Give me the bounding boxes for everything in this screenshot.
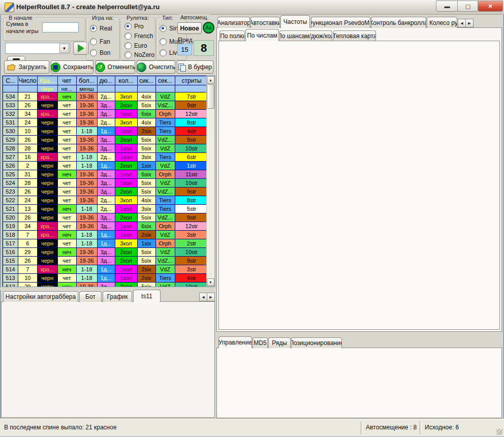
col-header[interactable]: кол... bbox=[115, 76, 137, 85]
spin-row[interactable]: 52428чернчет19-363д...1кол5sixVdZ10str bbox=[3, 179, 209, 188]
spin-row[interactable]: 51629черннеч19-363д...2кол5sixVdZ10str bbox=[3, 248, 209, 257]
resize-grip[interactable] bbox=[496, 429, 502, 435]
start-sum-input[interactable] bbox=[42, 22, 79, 33]
cell-spin: 517 bbox=[3, 239, 18, 248]
cell: черн bbox=[37, 179, 57, 188]
cell: Tiers bbox=[155, 153, 175, 162]
cell: 10str bbox=[175, 248, 208, 257]
prev-value: 15 bbox=[177, 44, 192, 55]
col-header[interactable]: чет bbox=[57, 76, 76, 85]
close-button[interactable]: ✕ bbox=[478, 1, 503, 12]
tab-rows[interactable]: Ряды bbox=[268, 337, 291, 348]
col-header[interactable]: стриты bbox=[175, 76, 208, 85]
spin-combobox[interactable]: ▼ bbox=[5, 43, 70, 54]
spin-row[interactable]: 5176чернчет1-181д...3кол1sixOrph2str bbox=[3, 239, 209, 248]
spin-row[interactable]: 52026чернчет19-363д...2кол5sixVdZ...9str bbox=[3, 213, 209, 222]
spin-row[interactable]: 52828чернчет19-363д...1кол5sixVdZ10str bbox=[3, 144, 209, 153]
spin-row[interactable]: 52716кра...чет1-182д...1кол3sixTiers6str bbox=[3, 153, 209, 162]
cell: 4str bbox=[175, 274, 208, 283]
cell: черн bbox=[37, 239, 57, 248]
tab-ts11[interactable]: ts11 bbox=[133, 290, 161, 302]
cell: 3д... bbox=[97, 188, 115, 196]
col-header[interactable]: Кра... bbox=[37, 76, 57, 85]
cell: 5str bbox=[175, 205, 208, 213]
col-header[interactable]: Число bbox=[18, 76, 38, 85]
spin-row[interactable]: 53010чернчет1-181д...1кол2sixTiers4str bbox=[3, 127, 209, 136]
tab-psevdoms[interactable]: Функционал PsevdoMS bbox=[311, 17, 370, 28]
spin-row[interactable]: 52224чернчет19-362д...3кол4sixTiers8str bbox=[3, 196, 209, 205]
cell: черн bbox=[37, 136, 57, 144]
undo-button[interactable]: ↺ Отменить bbox=[96, 60, 135, 74]
col-header[interactable]: дю... bbox=[97, 76, 115, 85]
minimize-button[interactable]: ▬ bbox=[436, 1, 458, 12]
radio-real[interactable]: Real bbox=[90, 25, 112, 32]
as-badge-icon[interactable]: As bbox=[203, 22, 214, 34]
tab-frequencies[interactable]: Частоты bbox=[280, 15, 310, 28]
radio-fan[interactable]: Fan bbox=[90, 38, 110, 45]
combo-dropdown-icon[interactable]: ▼ bbox=[59, 44, 69, 53]
cell: VdZ bbox=[155, 283, 175, 288]
spin-row[interactable]: 52926чернчет19-363д...2кол5sixVdZ...9str bbox=[3, 136, 209, 144]
scroll-up-icon[interactable]: ▲ bbox=[207, 76, 214, 84]
radio-nozero[interactable]: NoZero bbox=[124, 51, 154, 58]
radio-french[interactable]: French bbox=[124, 33, 153, 40]
spin-row[interactable]: 51934кра...чет19-363д...1кол6sixOrph12st… bbox=[3, 222, 209, 231]
tabs-scroll-left-icon[interactable]: ◀ bbox=[199, 293, 207, 301]
cell-number: 24 bbox=[18, 196, 38, 205]
copy-buffer-button[interactable]: В буфер bbox=[177, 60, 213, 74]
col-header[interactable]: сек... bbox=[155, 76, 175, 85]
tab-autograbber-settings[interactable]: Настройки автограббера bbox=[3, 291, 78, 302]
subtab-by-numbers[interactable]: По числам bbox=[245, 29, 279, 41]
radio-euro[interactable]: Euro bbox=[124, 42, 147, 49]
tab-md5[interactable]: MD5 bbox=[253, 337, 268, 348]
spin-table-scrollbar[interactable]: ▲ ▼ bbox=[206, 76, 215, 287]
spin-row[interactable]: 51526чернчет19-363д...2кол5sixVdZ...9str bbox=[3, 257, 209, 265]
cell: 5six bbox=[137, 136, 155, 144]
new-autoshift-button[interactable]: Новое bbox=[177, 22, 202, 34]
spin-row[interactable]: 52113черннеч1-182д...1кол3sixTiers5str bbox=[3, 205, 209, 213]
spin-row[interactable]: 5187кра...неч1-181д...1кол2sixVdZ3str bbox=[3, 231, 209, 239]
spin-row[interactable]: 53421кра...неч19-362д...3кол4sixVdZ7str bbox=[3, 92, 209, 101]
spin-row[interactable]: 53234кра...чет19-363д...1кол6sixOrph12st… bbox=[3, 110, 209, 118]
subtab-heatmap[interactable]: Тепловая карта bbox=[333, 30, 376, 41]
tab-wheel[interactable]: Колесо рулет bbox=[427, 17, 457, 28]
tab-grafik[interactable]: График bbox=[103, 291, 132, 302]
cell: 1д... bbox=[97, 265, 115, 274]
spin-row[interactable]: 52531черннеч19-363д...1кол6sixOrph11str bbox=[3, 170, 209, 179]
right-tabs-scroll-right-icon[interactable]: ▶ bbox=[465, 19, 474, 27]
cell: кра... bbox=[37, 153, 57, 162]
spin-row[interactable]: 51310чернчет1-181д...1кол2sixTiers4str bbox=[3, 274, 209, 283]
tab-bankroll-control[interactable]: Контроль банкролла bbox=[371, 17, 426, 28]
horizontal-splitter[interactable] bbox=[0, 288, 215, 290]
scroll-down-icon[interactable]: ▼ bbox=[207, 278, 214, 286]
spin-row[interactable]: 5147кра...неч1-181д...1кол2sixVdZ3str bbox=[3, 265, 209, 274]
cell: VdZ... bbox=[155, 136, 175, 144]
tab-autobets[interactable]: Автоставки bbox=[250, 17, 280, 28]
spin-row[interactable]: 52326чернчет19-363д...2кол5sixVdZ...9str bbox=[3, 188, 209, 196]
spin-row[interactable]: 5262чернчет1-181д...2кол1sixVdZ1str bbox=[3, 162, 209, 170]
tab-positioning[interactable]: Позиционирование bbox=[291, 337, 342, 348]
spin-row[interactable]: 53124чернчет19-362д...3кол4sixTiers8str bbox=[3, 118, 209, 127]
cell: 2кол bbox=[115, 213, 137, 222]
maximize-button[interactable]: ▢ bbox=[457, 1, 479, 12]
load-button[interactable]: Загрузить bbox=[4, 60, 49, 74]
tab-control[interactable]: Управление bbox=[218, 336, 252, 348]
radio-bon[interactable]: Bon bbox=[90, 49, 110, 56]
radio-pro[interactable]: Pro bbox=[124, 23, 144, 30]
tabs-scroll-right-icon[interactable]: ▶ bbox=[207, 293, 215, 301]
tab-analyzer[interactable]: Анализатор bbox=[217, 17, 250, 28]
spin-row[interactable]: 53326чернчет19-363д...2кол5sixVdZ...9str bbox=[3, 101, 209, 110]
right-tabs-scroll-left-icon[interactable]: ◀ bbox=[458, 19, 466, 27]
subtab-by-field[interactable]: По полю bbox=[219, 30, 245, 41]
scroll-thumb[interactable] bbox=[207, 84, 214, 109]
tab-bot[interactable]: Бот bbox=[79, 291, 102, 302]
col-header[interactable]: С... bbox=[3, 76, 18, 85]
radio-dot bbox=[90, 25, 97, 32]
subtab-by-chances[interactable]: По шансам/дюж/кол bbox=[279, 30, 332, 41]
spin-row[interactable]: 51229черннеч19-363д...2кол5sixVdZ10str bbox=[3, 283, 209, 288]
clear-button[interactable]: Очистить bbox=[137, 60, 175, 74]
col-header[interactable]: сик... bbox=[137, 76, 155, 85]
save-button[interactable]: Сохранить bbox=[51, 60, 93, 74]
col-header[interactable]: бол... bbox=[76, 76, 97, 85]
cell-number: 2 bbox=[18, 162, 38, 170]
